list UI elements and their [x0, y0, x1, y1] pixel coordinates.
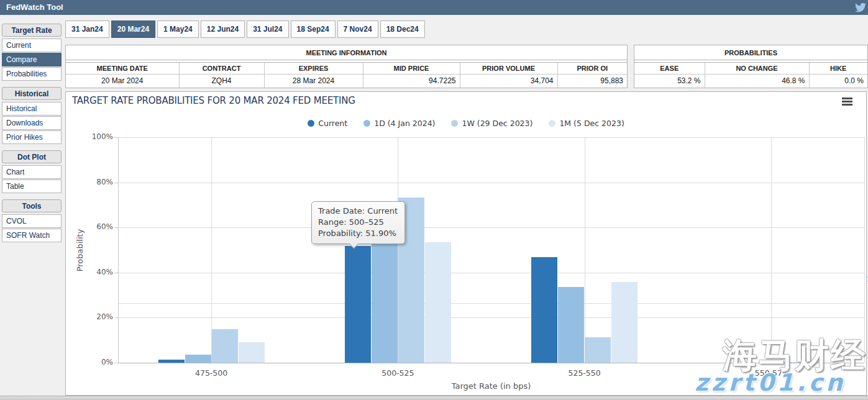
- no-change-value: 46.8 %: [705, 75, 809, 88]
- sidebar-item-cvol[interactable]: CVOL: [2, 214, 62, 228]
- col-mid-price: MID PRICE: [363, 63, 460, 75]
- sidebar-item-table[interactable]: Table: [2, 180, 62, 193]
- y-axis-tick-label: 40%: [86, 268, 113, 276]
- tab-7-nov24[interactable]: 7 Nov24: [337, 20, 378, 38]
- y-axis-tick-label: 80%: [86, 178, 113, 186]
- tooltip-probability: Probability: 51.90%: [318, 228, 398, 239]
- y-axis-tick-label: 20%: [86, 312, 113, 321]
- bar-current-500-525[interactable]: [345, 246, 371, 363]
- tab-18-sep24[interactable]: 18 Sep24: [291, 20, 336, 38]
- x-axis-category-label: 525-550: [547, 368, 622, 378]
- tab-31-jan24[interactable]: 31 Jan24: [65, 20, 109, 38]
- mid-price-value: 94.7225: [363, 75, 460, 88]
- col-contract: CONTRACT: [179, 63, 264, 75]
- meeting-information-title: MEETING INFORMATION: [66, 45, 627, 60]
- y-axis-line: [118, 137, 119, 363]
- gridline-horizontal: [118, 183, 864, 183]
- bar-1d-4-jan-2024-525-550[interactable]: [558, 287, 584, 363]
- probabilities-panel: PROBABILITIES EASE NO CHANGE HIKE 53.2 %…: [634, 45, 868, 88]
- sidebar-item-current[interactable]: Current: [2, 39, 62, 52]
- sidebar-item-downloads[interactable]: Downloads: [2, 116, 62, 130]
- col-expires: EXPIRES: [264, 63, 363, 75]
- bar-current-525-550[interactable]: [531, 257, 557, 363]
- sidebar-item-prior-hikes[interactable]: Prior Hikes: [2, 130, 62, 144]
- gridline-vertical: [585, 137, 585, 363]
- col-no-change: NO CHANGE: [705, 63, 809, 75]
- sidebar-section-dot-plot: Dot Plot: [2, 150, 62, 163]
- sidebar-section-target-rate: Target Rate: [2, 24, 62, 37]
- bottom-scroll-strip[interactable]: [0, 396, 868, 400]
- tab-18-dec24[interactable]: 18 Dec24: [380, 20, 425, 38]
- y-axis-title: Probability: [75, 229, 85, 271]
- bird-icon[interactable]: [854, 2, 867, 13]
- tooltip-range: Range: 500–525: [318, 217, 398, 228]
- tab-12-jun24[interactable]: 12 Jun24: [201, 20, 245, 38]
- tab-20-mar24[interactable]: 20 Mar24: [111, 20, 155, 38]
- col-prior-volume: PRIOR VOLUME: [460, 63, 557, 75]
- gridline-horizontal-extra: [118, 303, 864, 304]
- col-ease: EASE: [634, 63, 705, 75]
- bar-1m-5-dec-2023-525-550[interactable]: [611, 282, 637, 363]
- hike-value: 0.0 %: [809, 75, 867, 88]
- x-axis-title: Target Rate (in bps): [429, 381, 554, 391]
- col-prior-oi: PRIOR OI: [557, 63, 627, 75]
- bar-1d-4-jan-2024-475-500[interactable]: [185, 355, 211, 363]
- app-title-bar: FedWatch Tool: [0, 0, 868, 15]
- bar-1m-5-dec-2023-500-525[interactable]: [425, 242, 451, 363]
- bar-1w-29-dec-2023-525-550[interactable]: [585, 337, 611, 363]
- app-title: FedWatch Tool: [6, 2, 63, 12]
- tab-1-may24[interactable]: 1 May24: [157, 20, 199, 38]
- gridline-horizontal: [118, 273, 864, 273]
- bar-1d-4-jan-2024-500-525[interactable]: [372, 243, 398, 363]
- site-url-watermark: zzrt01.cn: [695, 369, 846, 396]
- gridline-horizontal: [118, 137, 864, 138]
- bar-1w-29-dec-2023-475-500[interactable]: [212, 329, 238, 363]
- sidebar-item-historical[interactable]: Historical: [2, 102, 62, 116]
- prior-oi-value: 95,883: [557, 75, 627, 88]
- sidebar-item-probabilities[interactable]: Probabilities: [2, 67, 62, 81]
- plot-right-border: [864, 137, 865, 363]
- y-axis-tick-label: 60%: [86, 222, 113, 231]
- sidebar-item-chart[interactable]: Chart: [2, 165, 62, 179]
- x-axis-category-label: 475-500: [174, 368, 249, 378]
- chart-tooltip: Trade Date: Current Range: 500–525 Proba…: [311, 201, 405, 244]
- sidebar-section-tools: Tools: [2, 199, 62, 212]
- x-axis-category-label: 500-525: [360, 368, 435, 378]
- contract-value: ZQH4: [179, 75, 264, 88]
- gridline-vertical: [771, 137, 772, 363]
- col-hike: HIKE: [809, 63, 867, 75]
- ease-value: 53.2 %: [634, 75, 705, 88]
- y-axis-tick-label: 0%: [86, 358, 113, 366]
- probabilities-title: PROBABILITIES: [634, 45, 867, 60]
- y-axis-tick-label: 100%: [86, 132, 113, 141]
- meeting-date-value: 20 Mar 2024: [66, 75, 179, 88]
- tab-31-jul24[interactable]: 31 Jul24: [247, 20, 288, 38]
- tooltip-trade-date: Trade Date: Current: [318, 206, 398, 217]
- expires-value: 28 Mar 2024: [264, 75, 363, 88]
- date-tabs: 31 Jan2420 Mar241 May2412 Jun2431 Jul241…: [65, 20, 425, 38]
- bar-1m-5-dec-2023-475-500[interactable]: [239, 342, 265, 363]
- probabilities-table: EASE NO CHANGE HIKE 53.2 % 46.8 % 0.0 %: [634, 63, 867, 88]
- sidebar-section-historical: Historical: [2, 87, 62, 100]
- gridline-horizontal: [118, 317, 864, 318]
- sidebar-item-compare[interactable]: Compare: [2, 53, 62, 66]
- gridline-horizontal: [118, 227, 864, 228]
- col-meeting-date: MEETING DATE: [66, 63, 179, 75]
- meeting-information-table: MEETING DATE CONTRACT EXPIRES MID PRICE …: [66, 63, 627, 88]
- sidebar: Target RateCurrentCompareProbabilitiesHi…: [2, 24, 62, 243]
- meeting-information-panel: MEETING INFORMATION MEETING DATE CONTRAC…: [65, 45, 628, 88]
- sidebar-item-sofr-watch[interactable]: SOFR Watch: [2, 229, 62, 242]
- prior-volume-value: 34,704: [460, 75, 557, 88]
- bar-current-475-500[interactable]: [158, 360, 185, 363]
